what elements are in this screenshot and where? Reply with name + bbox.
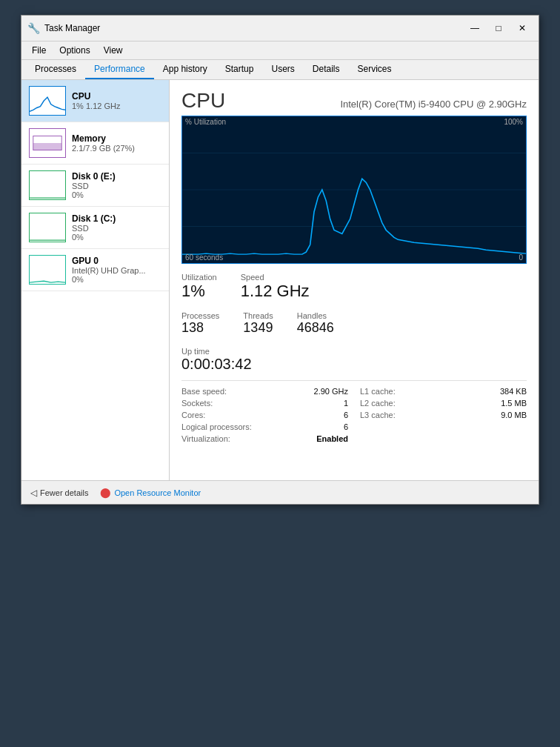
stats-row-2: Processes 138 Threads 1349 Handles 46846 — [181, 308, 527, 339]
sidebar-item-cpu[interactable]: CPU 1% 1.12 GHz — [21, 80, 169, 122]
utilization-value: 1% — [181, 282, 217, 301]
menu-file[interactable]: File — [26, 43, 52, 58]
gpu-detail2: 0% — [72, 275, 161, 284]
handles-value: 46846 — [297, 320, 334, 336]
disk1-detail1: SSD — [72, 224, 161, 233]
open-resource-monitor-label: Open Resource Monitor — [114, 488, 201, 497]
info-logical-processors: Logical processors: 6 — [181, 421, 348, 433]
menu-options[interactable]: Options — [53, 43, 96, 58]
disk1-detail2: 0% — [72, 233, 161, 242]
title-bar: 🔧 Task Manager — □ ✕ — [21, 16, 539, 42]
l2-cache-label: L2 cache: — [360, 399, 396, 408]
cores-value: 6 — [344, 411, 348, 419]
threads-label: Threads — [243, 311, 273, 320]
gpu-label: GPU 0 — [72, 256, 161, 266]
main-panel: CPU Intel(R) Core(TM) i5-9400 CPU @ 2.90… — [170, 80, 539, 480]
sidebar-item-memory[interactable]: Memory 2.1/7.9 GB (27%) — [21, 122, 169, 165]
threads-stat: Threads 1349 — [243, 308, 273, 339]
gpu-detail1: Intel(R) UHD Grap... — [72, 266, 161, 275]
chart-x-min: 0 — [519, 253, 523, 262]
disk0-info: Disk 0 (E:) SSD 0% — [72, 171, 161, 199]
disk1-info: Disk 1 (C:) SSD 0% — [72, 213, 161, 242]
disk0-thumbnail — [29, 170, 66, 200]
maximize-button[interactable]: □ — [488, 20, 509, 36]
window-title: Task Manager — [44, 23, 100, 33]
disk0-detail1: SSD — [72, 182, 161, 190]
l1-cache-label: L1 cache: — [360, 387, 396, 396]
sidebar-item-disk1[interactable]: Disk 1 (C:) SSD 0% — [21, 207, 169, 249]
speed-value: 1.12 GHz — [241, 282, 310, 301]
close-button[interactable]: ✕ — [512, 20, 533, 36]
sidebar-item-disk0[interactable]: Disk 0 (E:) SSD 0% — [21, 165, 169, 207]
uptime-value: 0:00:03:42 — [181, 356, 252, 373]
uptime-label: Up time — [181, 347, 252, 356]
chart-y-label: % Utilization — [185, 118, 226, 126]
footer: ◁ Fewer details ⬤ Open Resource Monitor — [21, 480, 539, 504]
divider — [181, 380, 527, 381]
tab-app-history[interactable]: App history — [154, 60, 216, 79]
info-col-left: Base speed: 2.90 GHz Sockets: 1 Cores: 6… — [181, 385, 348, 445]
l1-cache-value: 384 KB — [500, 387, 527, 396]
disk0-detail2: 0% — [72, 190, 161, 199]
disk1-thumbnail — [29, 213, 66, 242]
sockets-value: 1 — [344, 399, 348, 408]
virtualization-value: Enabled — [316, 434, 348, 443]
info-sockets: Sockets: 1 — [181, 397, 348, 409]
app-icon: 🔧 — [27, 22, 40, 34]
info-virtualization: Virtualization: Enabled — [181, 433, 348, 445]
sidebar-item-gpu[interactable]: GPU 0 Intel(R) UHD Grap... 0% — [21, 249, 169, 291]
memory-detail: 2.1/7.9 GB (27%) — [72, 144, 161, 153]
logical-processors-value: 6 — [344, 422, 348, 431]
open-resource-monitor-link[interactable]: ⬤ Open Resource Monitor — [100, 487, 201, 498]
minimize-button[interactable]: — — [464, 20, 485, 36]
title-bar-left: 🔧 Task Manager — [27, 22, 100, 34]
resource-monitor-icon: ⬤ — [100, 487, 111, 498]
cpu-detail: 1% 1.12 GHz — [72, 102, 161, 110]
processes-stat: Processes 138 — [181, 308, 219, 339]
speed-label: Speed — [241, 273, 310, 282]
tab-startup[interactable]: Startup — [216, 60, 263, 79]
speed-stat: Speed 1.12 GHz — [241, 270, 310, 304]
stats-row-1: Utilization 1% Speed 1.12 GHz — [181, 270, 527, 304]
cpu-chart: % Utilization 100% 60 seconds 0 — [181, 116, 527, 264]
memory-thumbnail — [29, 128, 66, 158]
info-l1-cache: L1 cache: 384 KB — [360, 385, 527, 397]
handles-stat: Handles 46846 — [297, 308, 334, 339]
l2-cache-value: 1.5 MB — [501, 399, 527, 408]
info-l3-cache: L3 cache: 9.0 MB — [360, 409, 527, 421]
info-cores: Cores: 6 — [181, 409, 348, 421]
memory-label: Memory — [72, 133, 161, 144]
utilization-label: Utilization — [181, 273, 217, 282]
fewer-details-label: Fewer details — [40, 488, 88, 497]
menu-view[interactable]: View — [98, 43, 129, 58]
info-l2-cache: L2 cache: 1.5 MB — [360, 397, 527, 409]
cpu-label: CPU — [72, 91, 161, 102]
virtualization-label: Virtualization: — [181, 434, 230, 443]
tab-processes[interactable]: Processes — [26, 60, 85, 79]
uptime-stat: Up time 0:00:03:42 — [181, 344, 252, 376]
fewer-details-button[interactable]: ◁ Fewer details — [30, 488, 88, 498]
threads-value: 1349 — [243, 320, 273, 336]
cpu-info: CPU 1% 1.12 GHz — [72, 91, 161, 110]
handles-label: Handles — [297, 311, 334, 320]
memory-info: Memory 2.1/7.9 GB (27%) — [72, 133, 161, 153]
processes-label: Processes — [181, 311, 219, 320]
tab-performance[interactable]: Performance — [85, 60, 154, 79]
processes-value: 138 — [181, 320, 219, 336]
tab-details[interactable]: Details — [304, 60, 349, 79]
stats-row-3: Up time 0:00:03:42 — [181, 344, 527, 376]
info-col-right: L1 cache: 384 KB L2 cache: 1.5 MB L3 cac… — [360, 385, 527, 445]
chart-x-label: 60 seconds — [185, 253, 223, 262]
logical-processors-label: Logical processors: — [181, 422, 252, 431]
disk1-label: Disk 1 (C:) — [72, 213, 161, 224]
tab-services[interactable]: Services — [349, 60, 401, 79]
tab-users[interactable]: Users — [262, 60, 303, 79]
l3-cache-value: 9.0 MB — [501, 411, 527, 419]
nav-tabs: Processes Performance App history Startu… — [21, 60, 539, 80]
chart-svg — [182, 116, 526, 263]
svg-rect-1 — [33, 143, 61, 150]
title-bar-controls: — □ ✕ — [464, 20, 533, 36]
gpu-thumbnail — [29, 255, 66, 285]
menu-bar: File Options View — [21, 42, 539, 60]
l3-cache-label: L3 cache: — [360, 411, 396, 419]
